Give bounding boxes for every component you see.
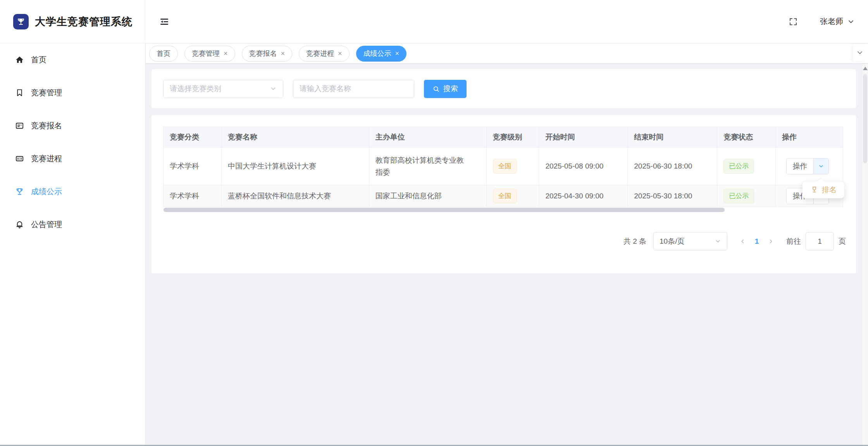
page-number-1[interactable]: 1 <box>749 237 765 246</box>
prev-page-button[interactable] <box>737 238 749 245</box>
sidebar-fold-icon[interactable] <box>158 16 170 28</box>
bookmark-icon <box>15 88 24 98</box>
tab-competition-progress[interactable]: 竞赛进程 × <box>299 46 350 62</box>
table-card: 竞赛分类 竞赛名称 主办单位 竞赛级别 开始时间 结束时间 竞赛状态 操作 学术… <box>152 115 856 274</box>
level-badge: 全国 <box>493 159 517 174</box>
cell-category: 学术学科 <box>164 148 222 185</box>
sidebar-item-label: 成绩公示 <box>31 186 62 197</box>
top-header: 大学生竞赛管理系统 张老师 <box>0 0 868 43</box>
action-dropdown-menu: 排名 <box>802 181 845 198</box>
table-header-row: 竞赛分类 竞赛名称 主办单位 竞赛级别 开始时间 结束时间 竞赛状态 操作 <box>164 127 843 148</box>
home-icon <box>15 55 24 65</box>
column-header: 结束时间 <box>628 127 717 148</box>
cell-category: 学术学科 <box>164 185 222 207</box>
cell-level: 全国 <box>487 148 539 185</box>
chevron-right-icon <box>768 238 774 245</box>
trophy-icon <box>15 187 24 196</box>
sidebar-item-home[interactable]: 首页 <box>0 43 145 76</box>
sidebar-item-competition-registration[interactable]: 竞赛报名 <box>0 109 145 142</box>
chevron-down-icon <box>847 18 855 26</box>
app-title: 大学生竞赛管理系统 <box>35 15 133 29</box>
category-select[interactable]: 请选择竞赛类别 <box>163 80 283 98</box>
tab-competition-registration[interactable]: 竞赛报名 × <box>242 46 293 62</box>
competition-name-input[interactable] <box>293 80 414 98</box>
pagination: 共 2 条 10条/页 1 前往 页 <box>623 232 846 250</box>
column-header: 开始时间 <box>539 127 628 148</box>
next-page-button[interactable] <box>765 238 777 245</box>
fullscreen-icon[interactable] <box>787 15 800 28</box>
tab-label: 竞赛管理 <box>192 49 220 58</box>
table-row: 学术学科 蓝桥杯全国软件和信息技术大赛 国家工业和信息化部 全国 2025-04… <box>164 185 843 207</box>
scroll-up-arrow-icon[interactable] <box>863 67 868 70</box>
chevron-down-icon <box>818 163 824 169</box>
progress-board-icon <box>15 154 24 164</box>
close-icon[interactable]: × <box>338 50 342 57</box>
tab-actions-dropdown[interactable] <box>853 44 867 61</box>
bell-icon <box>15 220 24 229</box>
status-badge: 已公示 <box>723 159 754 174</box>
competitions-table: 竞赛分类 竞赛名称 主办单位 竞赛级别 开始时间 结束时间 竞赛状态 操作 学术… <box>163 127 843 207</box>
rank-trophy-icon <box>810 186 818 194</box>
page-unit-label: 页 <box>839 236 846 246</box>
user-menu[interactable]: 张老师 <box>820 16 855 27</box>
sidebar-item-announcement-management[interactable]: 公告管理 <box>0 208 145 241</box>
close-icon[interactable]: × <box>224 50 228 57</box>
column-header: 主办单位 <box>369 127 487 148</box>
tab-score-publicity[interactable]: 成绩公示 × <box>356 46 407 62</box>
tab-label: 成绩公示 <box>363 49 391 58</box>
scrollbar-thumb[interactable] <box>863 74 867 163</box>
column-header: 竞赛分类 <box>164 127 222 148</box>
cell-end-time: 2025-06-30 18:00 <box>628 148 717 185</box>
chevron-down-icon <box>715 238 721 245</box>
header-right-zone: 张老师 <box>145 0 868 43</box>
cell-end-time: 2025-05-30 18:00 <box>628 185 717 207</box>
search-card: 请选择竞赛类别 搜索 <box>152 69 856 108</box>
page-size-select[interactable]: 10条/页 <box>653 232 727 250</box>
tab-label: 竞赛进程 <box>306 49 334 58</box>
action-button-label[interactable]: 操作 <box>787 158 814 174</box>
sidebar-item-competition-management[interactable]: 竞赛管理 <box>0 76 145 109</box>
cell-organizer: 教育部高校计算机类专业教指委 <box>369 148 487 185</box>
sidebar-item-label: 首页 <box>31 55 46 65</box>
close-icon[interactable]: × <box>395 50 400 57</box>
main-content: 请选择竞赛类别 搜索 竞赛分类 竞赛名称 主办单位 竞赛级别 开始时间 结束时间… <box>146 64 862 445</box>
user-name: 张老师 <box>820 16 843 27</box>
category-select-placeholder: 请选择竞赛类别 <box>170 84 221 94</box>
tab-competition-management[interactable]: 竞赛管理 × <box>184 46 235 62</box>
column-header: 竞赛状态 <box>717 127 776 148</box>
sidebar-item-competition-progress[interactable]: 竞赛进程 <box>0 142 145 175</box>
action-caret-button[interactable] <box>814 158 828 174</box>
tab-bar: 首页 竞赛管理 × 竞赛报名 × 竞赛进程 × 成绩公示 × <box>146 44 868 64</box>
search-button[interactable]: 搜索 <box>424 80 467 98</box>
column-header: 竞赛级别 <box>487 127 539 148</box>
search-icon <box>432 85 440 93</box>
dropdown-item-rank[interactable]: 排名 <box>822 185 837 195</box>
chevron-down-icon <box>270 85 277 92</box>
cell-start-time: 2025-04-30 09:00 <box>539 185 628 207</box>
sidebar-item-label: 公告管理 <box>31 219 62 230</box>
goto-page-input[interactable] <box>806 232 834 250</box>
column-header: 竞赛名称 <box>222 127 369 148</box>
cell-level: 全国 <box>487 185 539 207</box>
organizer-text: 国家工业和信息化部 <box>375 190 442 202</box>
tab-label: 首页 <box>157 49 170 58</box>
page-size-label: 10条/页 <box>660 236 684 246</box>
close-icon[interactable]: × <box>281 50 285 57</box>
chevron-down-icon <box>856 49 864 57</box>
sidebar-item-label: 竞赛报名 <box>31 121 62 131</box>
cell-organizer: 国家工业和信息化部 <box>369 185 487 207</box>
level-badge: 全国 <box>493 189 517 203</box>
table-horizontal-scrollbar[interactable] <box>164 208 844 212</box>
cell-actions: 操作 <box>775 148 843 185</box>
sidebar-item-score-publicity[interactable]: 成绩公示 <box>0 175 145 208</box>
pagination-total: 共 2 条 <box>623 236 646 246</box>
scrollbar-thumb[interactable] <box>164 208 725 212</box>
vertical-scrollbar[interactable] <box>862 64 868 445</box>
action-split-button[interactable]: 操作 <box>786 158 829 174</box>
cell-competition-name: 中国大学生计算机设计大赛 <box>222 148 369 185</box>
cell-start-time: 2025-05-08 09:00 <box>539 148 628 185</box>
sidebar: 首页 竞赛管理 竞赛报名 <box>0 43 145 445</box>
sidebar-item-label: 竞赛管理 <box>31 88 62 98</box>
tab-home[interactable]: 首页 <box>149 46 178 62</box>
cell-status: 已公示 <box>717 148 776 185</box>
